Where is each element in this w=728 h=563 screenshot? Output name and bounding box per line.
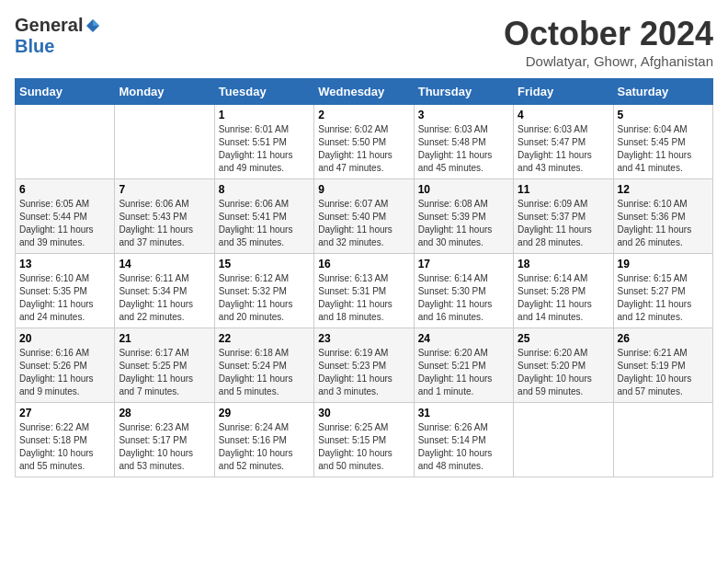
day-number: 11 xyxy=(518,183,609,196)
month-title: October 2024 xyxy=(504,15,713,53)
day-cell: 10 Sunrise: 6:08 AMSunset: 5:39 PMDaylig… xyxy=(414,179,513,254)
title-block: October 2024 Dowlatyar, Ghowr, Afghanist… xyxy=(504,15,713,69)
day-info: Sunrise: 6:19 AMSunset: 5:23 PMDaylight:… xyxy=(318,348,392,396)
day-number: 13 xyxy=(19,258,110,270)
day-cell: 26 Sunrise: 6:21 AMSunset: 5:19 PMDaylig… xyxy=(613,328,712,403)
day-cell: 2 Sunrise: 6:02 AMSunset: 5:50 PMDayligh… xyxy=(314,105,414,179)
day-info: Sunrise: 6:08 AMSunset: 5:39 PMDaylight:… xyxy=(418,199,493,247)
day-number: 5 xyxy=(618,109,709,121)
page-header: General Blue October 2024 Dowlatyar, Gho… xyxy=(15,15,713,69)
day-info: Sunrise: 6:03 AMSunset: 5:48 PMDaylight:… xyxy=(418,124,493,173)
day-number: 8 xyxy=(219,183,310,196)
day-info: Sunrise: 6:24 AMSunset: 5:16 PMDaylight:… xyxy=(219,422,293,471)
day-cell: 20 Sunrise: 6:16 AMSunset: 5:26 PMDaylig… xyxy=(16,328,115,403)
day-info: Sunrise: 6:13 AMSunset: 5:31 PMDaylight:… xyxy=(318,273,392,322)
day-info: Sunrise: 6:10 AMSunset: 5:36 PMDaylight:… xyxy=(618,199,692,247)
day-number: 31 xyxy=(418,407,509,419)
day-number: 1 xyxy=(219,109,310,121)
day-number: 14 xyxy=(119,258,210,270)
day-cell: 19 Sunrise: 6:15 AMSunset: 5:27 PMDaylig… xyxy=(613,254,712,328)
header-row: SundayMondayTuesdayWednesdayThursdayFrid… xyxy=(16,79,713,105)
week-row-5: 27 Sunrise: 6:22 AMSunset: 5:18 PMDaylig… xyxy=(16,403,713,477)
day-number: 17 xyxy=(418,258,509,270)
day-cell: 30 Sunrise: 6:25 AMSunset: 5:15 PMDaylig… xyxy=(314,403,414,477)
day-info: Sunrise: 6:16 AMSunset: 5:26 PMDaylight:… xyxy=(19,348,94,396)
day-info: Sunrise: 6:07 AMSunset: 5:40 PMDaylight:… xyxy=(318,199,392,247)
day-info: Sunrise: 6:23 AMSunset: 5:17 PMDaylight:… xyxy=(119,422,193,471)
day-info: Sunrise: 6:11 AMSunset: 5:34 PMDaylight:… xyxy=(119,273,193,322)
day-cell xyxy=(16,105,115,179)
day-info: Sunrise: 6:06 AMSunset: 5:43 PMDaylight:… xyxy=(119,199,193,247)
day-cell: 21 Sunrise: 6:17 AMSunset: 5:25 PMDaylig… xyxy=(115,328,214,403)
day-header-saturday: Saturday xyxy=(613,79,712,105)
day-cell xyxy=(514,403,613,477)
day-number: 21 xyxy=(119,332,210,345)
day-cell xyxy=(613,403,712,477)
day-number: 16 xyxy=(318,258,409,270)
day-cell: 1 Sunrise: 6:01 AMSunset: 5:51 PMDayligh… xyxy=(214,105,313,179)
day-number: 27 xyxy=(19,407,110,419)
day-cell: 16 Sunrise: 6:13 AMSunset: 5:31 PMDaylig… xyxy=(314,254,414,328)
day-cell: 8 Sunrise: 6:06 AMSunset: 5:41 PMDayligh… xyxy=(214,179,313,254)
day-info: Sunrise: 6:02 AMSunset: 5:50 PMDaylight:… xyxy=(318,124,392,173)
day-info: Sunrise: 6:17 AMSunset: 5:25 PMDaylight:… xyxy=(119,348,193,396)
day-number: 23 xyxy=(318,332,409,345)
day-cell: 23 Sunrise: 6:19 AMSunset: 5:23 PMDaylig… xyxy=(314,328,414,403)
day-cell: 27 Sunrise: 6:22 AMSunset: 5:18 PMDaylig… xyxy=(16,403,115,477)
day-info: Sunrise: 6:14 AMSunset: 5:30 PMDaylight:… xyxy=(418,273,493,322)
day-cell: 25 Sunrise: 6:20 AMSunset: 5:20 PMDaylig… xyxy=(514,328,613,403)
day-number: 25 xyxy=(518,332,609,345)
day-info: Sunrise: 6:26 AMSunset: 5:14 PMDaylight:… xyxy=(418,422,493,471)
day-cell: 5 Sunrise: 6:04 AMSunset: 5:45 PMDayligh… xyxy=(613,105,712,179)
calendar-table: SundayMondayTuesdayWednesdayThursdayFrid… xyxy=(15,78,713,477)
day-info: Sunrise: 6:25 AMSunset: 5:15 PMDaylight:… xyxy=(318,422,392,471)
day-number: 18 xyxy=(518,258,609,270)
day-header-sunday: Sunday xyxy=(16,79,115,105)
day-info: Sunrise: 6:15 AMSunset: 5:27 PMDaylight:… xyxy=(618,273,692,322)
day-cell: 13 Sunrise: 6:10 AMSunset: 5:35 PMDaylig… xyxy=(16,254,115,328)
day-cell: 18 Sunrise: 6:14 AMSunset: 5:28 PMDaylig… xyxy=(514,254,613,328)
week-row-4: 20 Sunrise: 6:16 AMSunset: 5:26 PMDaylig… xyxy=(16,328,713,403)
day-info: Sunrise: 6:10 AMSunset: 5:35 PMDaylight:… xyxy=(19,273,94,322)
day-header-friday: Friday xyxy=(514,79,613,105)
day-number: 30 xyxy=(318,407,409,419)
day-info: Sunrise: 6:21 AMSunset: 5:19 PMDaylight:… xyxy=(618,348,692,396)
day-cell: 28 Sunrise: 6:23 AMSunset: 5:17 PMDaylig… xyxy=(115,403,214,477)
logo-icon xyxy=(85,17,101,34)
day-cell: 14 Sunrise: 6:11 AMSunset: 5:34 PMDaylig… xyxy=(115,254,214,328)
day-cell: 17 Sunrise: 6:14 AMSunset: 5:30 PMDaylig… xyxy=(414,254,513,328)
day-number: 4 xyxy=(518,109,609,121)
day-number: 10 xyxy=(418,183,509,196)
day-number: 2 xyxy=(318,109,409,121)
day-number: 29 xyxy=(219,407,310,419)
logo: General Blue xyxy=(15,15,101,57)
day-info: Sunrise: 6:05 AMSunset: 5:44 PMDaylight:… xyxy=(19,199,94,247)
day-cell: 24 Sunrise: 6:20 AMSunset: 5:21 PMDaylig… xyxy=(414,328,513,403)
logo-general: General xyxy=(15,15,83,36)
day-info: Sunrise: 6:09 AMSunset: 5:37 PMDaylight:… xyxy=(518,199,592,247)
week-row-1: 1 Sunrise: 6:01 AMSunset: 5:51 PMDayligh… xyxy=(16,105,713,179)
day-info: Sunrise: 6:01 AMSunset: 5:51 PMDaylight:… xyxy=(219,124,293,173)
logo-blue: Blue xyxy=(15,36,54,56)
day-header-tuesday: Tuesday xyxy=(214,79,313,105)
day-number: 6 xyxy=(19,183,110,196)
day-number: 26 xyxy=(618,332,709,345)
day-number: 15 xyxy=(219,258,310,270)
svg-marker-1 xyxy=(93,19,99,26)
day-info: Sunrise: 6:12 AMSunset: 5:32 PMDaylight:… xyxy=(219,273,293,322)
day-cell: 22 Sunrise: 6:18 AMSunset: 5:24 PMDaylig… xyxy=(214,328,313,403)
day-info: Sunrise: 6:14 AMSunset: 5:28 PMDaylight:… xyxy=(518,273,592,322)
location-title: Dowlatyar, Ghowr, Afghanistan xyxy=(504,53,713,69)
day-number: 24 xyxy=(418,332,509,345)
day-number: 9 xyxy=(318,183,409,196)
day-number: 12 xyxy=(618,183,709,196)
day-info: Sunrise: 6:03 AMSunset: 5:47 PMDaylight:… xyxy=(518,124,592,173)
day-info: Sunrise: 6:20 AMSunset: 5:21 PMDaylight:… xyxy=(418,348,493,396)
day-number: 20 xyxy=(19,332,110,345)
day-number: 28 xyxy=(119,407,210,419)
day-cell: 6 Sunrise: 6:05 AMSunset: 5:44 PMDayligh… xyxy=(16,179,115,254)
day-header-thursday: Thursday xyxy=(414,79,513,105)
day-cell: 12 Sunrise: 6:10 AMSunset: 5:36 PMDaylig… xyxy=(613,179,712,254)
day-cell: 7 Sunrise: 6:06 AMSunset: 5:43 PMDayligh… xyxy=(115,179,214,254)
day-header-monday: Monday xyxy=(115,79,214,105)
